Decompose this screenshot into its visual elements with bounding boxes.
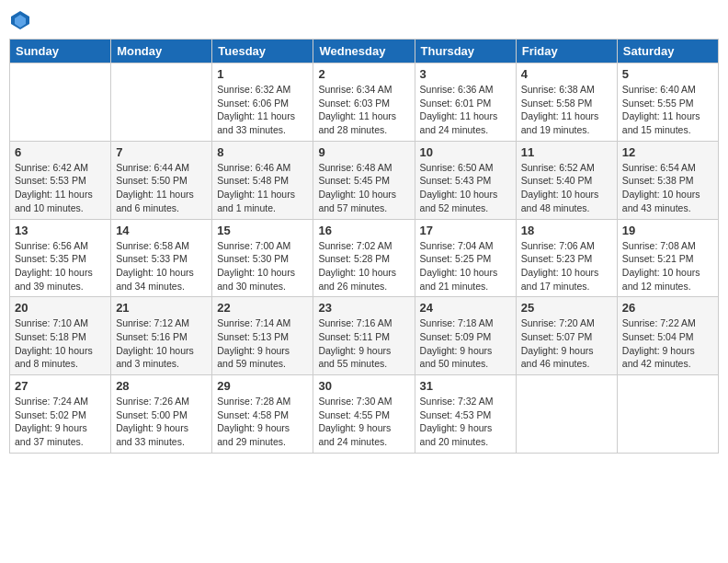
calendar-cell (111, 63, 212, 142)
day-number: 23 (318, 301, 409, 315)
calendar-cell: 29Sunrise: 7:28 AM Sunset: 4:58 PM Dayli… (212, 375, 313, 454)
day-number: 17 (420, 224, 511, 237)
calendar-cell: 1Sunrise: 6:32 AM Sunset: 6:06 PM Daylig… (212, 63, 313, 142)
calendar-cell: 19Sunrise: 7:08 AM Sunset: 5:21 PM Dayli… (617, 219, 718, 297)
page-header (9, 9, 719, 31)
calendar-week-row: 13Sunrise: 6:56 AM Sunset: 5:35 PM Dayli… (10, 219, 719, 297)
calendar-cell: 11Sunrise: 6:52 AM Sunset: 5:40 PM Dayli… (516, 141, 617, 219)
day-number: 25 (521, 301, 612, 315)
day-info: Sunrise: 6:54 AM Sunset: 5:38 PM Dayligh… (622, 161, 713, 215)
day-info: Sunrise: 7:22 AM Sunset: 5:04 PM Dayligh… (622, 316, 713, 371)
calendar-cell: 31Sunrise: 7:32 AM Sunset: 4:53 PM Dayli… (415, 375, 516, 454)
day-info: Sunrise: 6:38 AM Sunset: 5:58 PM Dayligh… (521, 83, 612, 137)
calendar-cell: 2Sunrise: 6:34 AM Sunset: 6:03 PM Daylig… (313, 63, 415, 142)
day-number: 3 (420, 67, 511, 81)
day-number: 21 (116, 301, 207, 315)
day-info: Sunrise: 6:40 AM Sunset: 5:55 PM Dayligh… (622, 83, 713, 137)
calendar-cell: 20Sunrise: 7:10 AM Sunset: 5:18 PM Dayli… (10, 297, 111, 375)
day-info: Sunrise: 6:50 AM Sunset: 5:43 PM Dayligh… (420, 161, 511, 215)
calendar-cell: 26Sunrise: 7:22 AM Sunset: 5:04 PM Dayli… (617, 297, 718, 375)
calendar-cell: 10Sunrise: 6:50 AM Sunset: 5:43 PM Dayli… (415, 141, 516, 219)
day-info: Sunrise: 6:56 AM Sunset: 5:35 PM Dayligh… (15, 239, 106, 293)
logo (9, 9, 35, 31)
day-info: Sunrise: 7:06 AM Sunset: 5:23 PM Dayligh… (521, 239, 612, 293)
day-number: 16 (318, 224, 409, 237)
day-of-week-header: Monday (111, 40, 212, 63)
day-of-week-header: Tuesday (212, 40, 313, 63)
day-number: 31 (420, 379, 511, 393)
calendar-cell: 28Sunrise: 7:26 AM Sunset: 5:00 PM Dayli… (111, 375, 212, 454)
day-number: 2 (318, 67, 409, 81)
day-info: Sunrise: 7:14 AM Sunset: 5:13 PM Dayligh… (217, 316, 308, 371)
calendar-cell: 30Sunrise: 7:30 AM Sunset: 4:55 PM Dayli… (313, 375, 415, 454)
day-number: 1 (217, 67, 308, 81)
calendar-cell: 13Sunrise: 6:56 AM Sunset: 5:35 PM Dayli… (10, 219, 111, 297)
day-info: Sunrise: 6:46 AM Sunset: 5:48 PM Dayligh… (217, 161, 308, 215)
calendar-cell: 8Sunrise: 6:46 AM Sunset: 5:48 PM Daylig… (212, 141, 313, 219)
day-info: Sunrise: 7:24 AM Sunset: 5:02 PM Dayligh… (15, 395, 106, 449)
day-number: 26 (622, 301, 713, 315)
day-number: 8 (217, 145, 308, 159)
day-info: Sunrise: 7:26 AM Sunset: 5:00 PM Dayligh… (116, 395, 207, 449)
day-info: Sunrise: 7:08 AM Sunset: 5:21 PM Dayligh… (622, 239, 713, 293)
calendar-cell (516, 375, 617, 454)
calendar-cell: 9Sunrise: 6:48 AM Sunset: 5:45 PM Daylig… (313, 141, 415, 219)
calendar-cell: 5Sunrise: 6:40 AM Sunset: 5:55 PM Daylig… (617, 63, 718, 142)
day-number: 6 (15, 145, 106, 159)
calendar-cell: 12Sunrise: 6:54 AM Sunset: 5:38 PM Dayli… (617, 141, 718, 219)
day-info: Sunrise: 7:10 AM Sunset: 5:18 PM Dayligh… (15, 316, 106, 371)
day-info: Sunrise: 6:36 AM Sunset: 6:01 PM Dayligh… (420, 83, 511, 137)
day-number: 14 (116, 224, 207, 237)
day-number: 5 (622, 67, 713, 81)
day-info: Sunrise: 7:30 AM Sunset: 4:55 PM Dayligh… (318, 395, 409, 449)
day-info: Sunrise: 6:44 AM Sunset: 5:50 PM Dayligh… (116, 161, 207, 215)
day-number: 29 (217, 379, 308, 393)
day-info: Sunrise: 7:20 AM Sunset: 5:07 PM Dayligh… (521, 316, 612, 371)
calendar-cell: 27Sunrise: 7:24 AM Sunset: 5:02 PM Dayli… (10, 375, 111, 454)
day-number: 19 (622, 224, 713, 237)
calendar-cell: 18Sunrise: 7:06 AM Sunset: 5:23 PM Dayli… (516, 219, 617, 297)
day-info: Sunrise: 7:00 AM Sunset: 5:30 PM Dayligh… (217, 239, 308, 293)
day-info: Sunrise: 6:42 AM Sunset: 5:53 PM Dayligh… (15, 161, 106, 215)
day-info: Sunrise: 7:12 AM Sunset: 5:16 PM Dayligh… (116, 316, 207, 371)
day-info: Sunrise: 7:04 AM Sunset: 5:25 PM Dayligh… (420, 239, 511, 293)
calendar-cell: 6Sunrise: 6:42 AM Sunset: 5:53 PM Daylig… (10, 141, 111, 219)
day-number: 15 (217, 224, 308, 237)
day-number: 28 (116, 379, 207, 393)
calendar-week-row: 1Sunrise: 6:32 AM Sunset: 6:06 PM Daylig… (10, 63, 719, 142)
calendar-week-row: 20Sunrise: 7:10 AM Sunset: 5:18 PM Dayli… (10, 297, 719, 375)
calendar-cell: 24Sunrise: 7:18 AM Sunset: 5:09 PM Dayli… (415, 297, 516, 375)
day-number: 11 (521, 145, 612, 159)
day-info: Sunrise: 6:48 AM Sunset: 5:45 PM Dayligh… (318, 161, 409, 215)
day-info: Sunrise: 7:32 AM Sunset: 4:53 PM Dayligh… (420, 395, 511, 449)
day-info: Sunrise: 6:52 AM Sunset: 5:40 PM Dayligh… (521, 161, 612, 215)
day-info: Sunrise: 7:28 AM Sunset: 4:58 PM Dayligh… (217, 395, 308, 449)
day-info: Sunrise: 6:32 AM Sunset: 6:06 PM Dayligh… (217, 83, 308, 137)
day-number: 7 (116, 145, 207, 159)
day-number: 12 (622, 145, 713, 159)
calendar-cell: 25Sunrise: 7:20 AM Sunset: 5:07 PM Dayli… (516, 297, 617, 375)
calendar-cell (10, 63, 111, 142)
calendar-cell: 16Sunrise: 7:02 AM Sunset: 5:28 PM Dayli… (313, 219, 415, 297)
day-of-week-header: Saturday (617, 40, 718, 63)
day-number: 9 (318, 145, 409, 159)
day-info: Sunrise: 7:02 AM Sunset: 5:28 PM Dayligh… (318, 239, 409, 293)
day-number: 20 (15, 301, 106, 315)
day-of-week-header: Thursday (415, 40, 516, 63)
day-of-week-header: Wednesday (313, 40, 415, 63)
day-of-week-header: Friday (516, 40, 617, 63)
day-info: Sunrise: 7:16 AM Sunset: 5:11 PM Dayligh… (318, 316, 409, 371)
day-number: 22 (217, 301, 308, 315)
day-number: 18 (521, 224, 612, 237)
calendar-cell: 7Sunrise: 6:44 AM Sunset: 5:50 PM Daylig… (111, 141, 212, 219)
calendar-cell: 14Sunrise: 6:58 AM Sunset: 5:33 PM Dayli… (111, 219, 212, 297)
calendar-cell: 23Sunrise: 7:16 AM Sunset: 5:11 PM Dayli… (313, 297, 415, 375)
calendar-table: SundayMondayTuesdayWednesdayThursdayFrid… (9, 39, 719, 454)
day-number: 24 (420, 301, 511, 315)
calendar-cell: 21Sunrise: 7:12 AM Sunset: 5:16 PM Dayli… (111, 297, 212, 375)
day-number: 10 (420, 145, 511, 159)
day-number: 27 (15, 379, 106, 393)
day-info: Sunrise: 6:34 AM Sunset: 6:03 PM Dayligh… (318, 83, 409, 137)
calendar-cell (617, 375, 718, 454)
calendar-cell: 17Sunrise: 7:04 AM Sunset: 5:25 PM Dayli… (415, 219, 516, 297)
